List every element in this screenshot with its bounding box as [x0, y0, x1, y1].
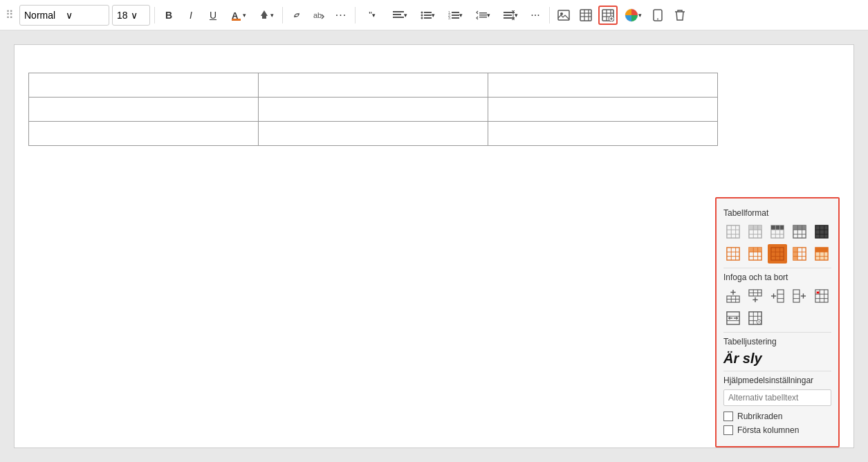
svg-point-41	[657, 18, 658, 19]
table-style-dark-header[interactable]	[768, 222, 787, 241]
svg-rect-11	[424, 15, 432, 16]
svg-rect-76	[749, 248, 761, 252]
insert-table-button[interactable]	[576, 6, 595, 25]
delete-button[interactable]	[670, 6, 690, 25]
forsta-kolumnen-checkbox-row[interactable]: Första kolumnen	[723, 425, 831, 435]
svg-rect-70	[727, 248, 739, 260]
svg-rect-48	[749, 225, 761, 230]
svg-rect-42	[727, 225, 739, 238]
table-cell[interactable]	[488, 73, 718, 98]
table-cell[interactable]	[488, 98, 718, 122]
svg-rect-127	[727, 312, 739, 324]
para-spacing-button[interactable]: ▾	[498, 6, 523, 25]
svg-text:ab: ab	[313, 11, 322, 19]
table-cell[interactable]	[29, 98, 259, 122]
font-size-dropdown[interactable]: 18 ∨	[112, 5, 150, 26]
highlight-button[interactable]: ▾	[253, 6, 278, 25]
insert-delete-row-1	[723, 286, 831, 306]
link-button[interactable]	[287, 6, 306, 25]
svg-point-10	[421, 14, 423, 16]
line-spacing-button[interactable]: ▾	[470, 6, 495, 25]
list-button[interactable]: ▾	[415, 6, 440, 25]
table-row	[29, 73, 718, 98]
svg-rect-81	[771, 248, 784, 260]
forsta-kolumnen-label: Första kolumnen	[737, 425, 799, 435]
divider-2	[723, 332, 831, 333]
merge-cells-button[interactable]	[723, 308, 743, 328]
table-row	[29, 122, 718, 146]
rubrikraden-label: Rubrikraden	[737, 412, 782, 421]
infoga-title: Infoga och ta bort	[723, 272, 831, 282]
svg-rect-87	[793, 248, 797, 260]
table-style-orange-1[interactable]	[723, 244, 743, 264]
svg-rect-7	[393, 17, 404, 18]
svg-rect-13	[424, 17, 432, 19]
separator-4	[549, 7, 550, 24]
separator-3	[355, 7, 355, 24]
table-row	[29, 98, 718, 122]
extra-icon: ···	[530, 9, 539, 21]
insert-row-above-button[interactable]	[723, 286, 743, 306]
rubrikraden-checkbox[interactable]	[723, 412, 733, 421]
insert-image-button[interactable]	[554, 6, 573, 25]
table-cell[interactable]	[259, 122, 488, 146]
table-style-full-dark[interactable]	[812, 222, 831, 241]
svg-point-12	[421, 17, 423, 19]
more-icon: ···	[335, 9, 347, 21]
insert-row-below-button[interactable]	[746, 286, 765, 306]
toolbar: ⠿ Normal ∨ 18 ∨ B I U A ▾ ▾ ab ··· " ▾ ▾	[0, 0, 868, 30]
divider-3	[723, 371, 831, 371]
drag-handle-icon[interactable]: ⠿	[6, 8, 14, 21]
table-style-orange-2[interactable]	[746, 244, 765, 264]
table-style-row-2	[723, 244, 831, 264]
bold-button[interactable]: B	[159, 6, 178, 25]
svg-rect-26	[558, 10, 569, 20]
table-style-plain[interactable]	[723, 222, 743, 241]
extra-options-button[interactable]: ···	[526, 6, 545, 25]
table-style-dark2-header[interactable]	[790, 222, 809, 241]
table-properties-button[interactable]	[746, 308, 765, 328]
svg-point-8	[421, 11, 423, 13]
style-label: Normal	[24, 10, 63, 21]
svg-rect-65	[815, 225, 828, 238]
find-replace-button[interactable]: ab	[309, 6, 329, 25]
quote-button[interactable]: " ▾	[360, 6, 385, 25]
font-color-button[interactable]: A ▾	[225, 6, 250, 25]
svg-rect-54	[771, 225, 784, 230]
insert-col-right-button[interactable]	[790, 286, 809, 306]
style-dropdown[interactable]: Normal ∨	[19, 5, 109, 26]
font-size-value: 18	[117, 10, 128, 21]
svg-rect-6	[393, 14, 401, 15]
document-table	[28, 73, 718, 146]
table-style-orange-4[interactable]	[790, 244, 809, 264]
mobile-view-button[interactable]	[648, 6, 667, 25]
align-button[interactable]: ▾	[387, 6, 412, 25]
table-style-orange-selected[interactable]	[768, 244, 787, 264]
italic-button[interactable]: I	[181, 6, 201, 25]
table-cell[interactable]	[488, 122, 718, 146]
rubrikraden-checkbox-row[interactable]: Rubrikraden	[723, 412, 831, 421]
numbered-list-button[interactable]: 1.2.3. ▾	[443, 6, 468, 25]
table-cell[interactable]	[29, 73, 259, 98]
insert-delete-row-2	[723, 308, 831, 328]
svg-rect-21	[479, 15, 487, 16]
alt-text-input[interactable]	[723, 389, 831, 406]
svg-rect-9	[424, 12, 432, 13]
table-style-orange-5[interactable]	[812, 244, 831, 264]
insert-col-left-button[interactable]	[768, 286, 787, 306]
table-format-button[interactable]	[598, 6, 618, 25]
table-style-header[interactable]	[746, 222, 765, 241]
svg-rect-5	[393, 11, 404, 12]
table-cell[interactable]	[259, 98, 488, 122]
delete-row-button[interactable]	[812, 286, 831, 306]
svg-rect-110	[777, 290, 784, 302]
forsta-kolumnen-checkbox[interactable]	[723, 425, 733, 435]
table-cell[interactable]	[259, 73, 488, 98]
more-button[interactable]: ···	[331, 6, 351, 25]
svg-rect-93	[815, 248, 828, 252]
color-scheme-button[interactable]: ▾	[620, 6, 645, 25]
underline-button[interactable]: U	[203, 6, 223, 25]
table-cell[interactable]	[29, 122, 259, 146]
tabelljustering-title: Tabelljustering	[723, 337, 831, 346]
svg-rect-19	[452, 17, 459, 19]
